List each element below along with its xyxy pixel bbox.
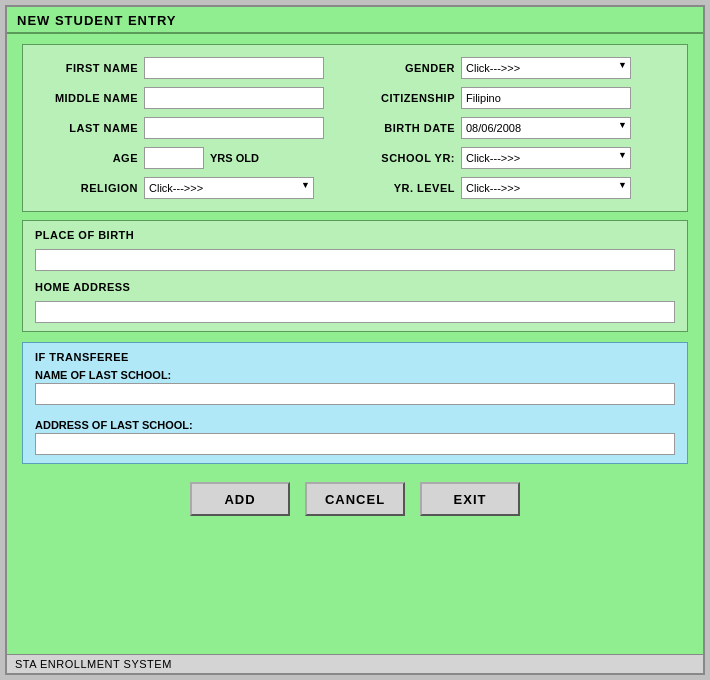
religion-row: RELIGION Click--->>>	[38, 177, 345, 199]
gender-select-wrapper: Click--->>>	[461, 57, 631, 79]
window-title: NEW STUDENT ENTRY	[17, 13, 177, 28]
middle-name-input[interactable]	[144, 87, 324, 109]
place-of-birth-box: PLACE OF BIRTH HOME ADDRESS	[22, 220, 688, 332]
age-row: AGE YRS OLD	[38, 147, 345, 169]
cancel-button[interactable]: CANCEL	[305, 482, 405, 516]
add-button[interactable]: ADD	[190, 482, 290, 516]
last-name-label: LAST NAME	[38, 122, 138, 134]
yrs-old-label: YRS OLD	[210, 152, 259, 164]
yr-level-select[interactable]: Click--->>>	[461, 177, 631, 199]
exit-button[interactable]: EXIT	[420, 482, 520, 516]
first-name-input[interactable]	[144, 57, 324, 79]
gender-label: GENDER	[365, 62, 455, 74]
buttons-row: ADD CANCEL EXIT	[22, 472, 688, 524]
name-of-last-school-label: NAME OF LAST SCHOOL:	[35, 369, 675, 381]
status-bar: STA ENROLLMENT SYSTEM	[7, 654, 703, 673]
last-name-input[interactable]	[144, 117, 324, 139]
citizenship-input[interactable]	[461, 87, 631, 109]
school-yr-label: SCHOOL YR:	[365, 152, 455, 164]
place-of-birth-input[interactable]	[35, 249, 675, 271]
religion-select-wrapper: Click--->>>	[144, 177, 314, 199]
birth-date-label: BIRTH DATE	[365, 122, 455, 134]
status-text: STA ENROLLMENT SYSTEM	[15, 658, 172, 670]
school-yr-row: SCHOOL YR: Click--->>>	[365, 147, 672, 169]
middle-name-label: MIDDLE NAME	[38, 92, 138, 104]
religion-select[interactable]: Click--->>>	[144, 177, 314, 199]
gender-row: GENDER Click--->>>	[365, 57, 672, 79]
gender-select[interactable]: Click--->>>	[461, 57, 631, 79]
yr-level-label: YR. LEVEL	[365, 182, 455, 194]
title-bar: NEW STUDENT ENTRY	[7, 7, 703, 34]
name-of-last-school-input[interactable]	[35, 383, 675, 405]
first-name-row: FIRST NAME	[38, 57, 345, 79]
transferee-title: IF TRANSFEREE	[35, 351, 675, 363]
transferee-box: IF TRANSFEREE NAME OF LAST SCHOOL: ADDRE…	[22, 342, 688, 464]
right-column: GENDER Click--->>> CITIZENSHIP BIRTH DAT…	[365, 57, 672, 199]
last-name-row: LAST NAME	[38, 117, 345, 139]
main-window: NEW STUDENT ENTRY FIRST NAME MIDDLE NAME…	[5, 5, 705, 675]
citizenship-row: CITIZENSHIP	[365, 87, 672, 109]
home-address-input[interactable]	[35, 301, 675, 323]
top-form: FIRST NAME MIDDLE NAME LAST NAME AGE YRS…	[22, 44, 688, 212]
citizenship-label: CITIZENSHIP	[365, 92, 455, 104]
religion-label: RELIGION	[38, 182, 138, 194]
address-of-last-school-label: ADDRESS OF LAST SCHOOL:	[35, 419, 675, 431]
left-column: FIRST NAME MIDDLE NAME LAST NAME AGE YRS…	[38, 57, 345, 199]
birth-date-input[interactable]	[461, 117, 631, 139]
age-label: AGE	[38, 152, 138, 164]
content-area: FIRST NAME MIDDLE NAME LAST NAME AGE YRS…	[7, 34, 703, 654]
yr-level-select-wrapper: Click--->>>	[461, 177, 631, 199]
birth-date-row: BIRTH DATE	[365, 117, 672, 139]
place-of-birth-title: PLACE OF BIRTH	[35, 229, 675, 241]
first-name-label: FIRST NAME	[38, 62, 138, 74]
birth-date-wrapper	[461, 117, 631, 139]
address-of-last-school-input[interactable]	[35, 433, 675, 455]
school-yr-select[interactable]: Click--->>>	[461, 147, 631, 169]
yr-level-row: YR. LEVEL Click--->>>	[365, 177, 672, 199]
age-input[interactable]	[144, 147, 204, 169]
school-yr-select-wrapper: Click--->>>	[461, 147, 631, 169]
middle-name-row: MIDDLE NAME	[38, 87, 345, 109]
home-address-title: HOME ADDRESS	[35, 281, 675, 293]
